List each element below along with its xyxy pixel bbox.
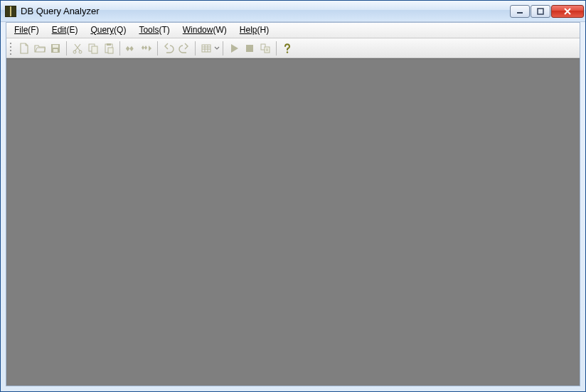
redo-icon — [179, 43, 190, 54]
undo-button[interactable] — [161, 41, 176, 56]
help-button[interactable] — [279, 41, 295, 56]
svg-rect-15 — [265, 47, 270, 53]
toolbar-separator — [119, 41, 120, 55]
undo-icon — [163, 43, 174, 54]
svg-rect-8 — [92, 46, 97, 53]
new-button[interactable] — [16, 41, 32, 56]
svg-rect-4 — [53, 49, 58, 52]
find-next-icon — [141, 43, 152, 54]
results-dropdown[interactable] — [214, 43, 220, 54]
paste-icon — [103, 43, 114, 54]
redo-button[interactable] — [176, 41, 192, 56]
find-next-button[interactable] — [139, 41, 154, 56]
cut-icon — [72, 43, 83, 54]
menu-edit[interactable]: Edit(E) — [46, 23, 85, 37]
svg-rect-10 — [107, 43, 111, 46]
copy-icon — [87, 43, 99, 54]
mdi-workspace — [6, 58, 580, 386]
title-bar: DB Query Analyzer — [1, 1, 585, 22]
svg-point-16 — [287, 51, 288, 53]
svg-rect-13 — [246, 45, 253, 52]
minimize-icon — [516, 8, 523, 15]
svg-rect-11 — [108, 48, 113, 53]
menu-query[interactable]: Query(Q) — [84, 23, 132, 37]
stop-icon — [244, 43, 255, 54]
close-icon — [563, 8, 572, 15]
menu-help[interactable]: Help(H) — [233, 23, 275, 37]
run-icon — [228, 43, 240, 54]
menu-bar: File(F) Edit(E) Query(Q) Tools(T) Window… — [6, 23, 580, 38]
save-button[interactable] — [48, 41, 63, 56]
paste-button[interactable] — [101, 41, 117, 56]
menu-tools[interactable]: Tools(T) — [132, 23, 176, 37]
grid-icon — [201, 43, 212, 54]
app-icon — [5, 6, 16, 17]
stop-button[interactable] — [242, 41, 257, 56]
menu-window[interactable]: Window(W) — [176, 23, 233, 37]
app-window: DB Query Analyzer File(F) Edit(E) Query(… — [0, 0, 586, 392]
svg-rect-1 — [538, 9, 543, 14]
object-browser-icon — [260, 43, 271, 54]
find-button[interactable] — [123, 41, 139, 56]
toolbar-separator — [66, 41, 67, 55]
object-browser-button[interactable] — [257, 41, 273, 56]
cut-button[interactable] — [70, 41, 85, 56]
maximize-icon — [537, 8, 544, 15]
window-title: DB Query Analyzer — [21, 6, 510, 16]
client-area: File(F) Edit(E) Query(Q) Tools(T) Window… — [6, 22, 580, 386]
results-grid-button[interactable] — [198, 41, 214, 56]
minimize-button[interactable] — [510, 5, 530, 18]
maximize-button[interactable] — [531, 5, 550, 18]
svg-rect-0 — [517, 12, 523, 14]
help-icon — [282, 43, 293, 54]
svg-rect-12 — [202, 45, 211, 52]
window-controls — [510, 5, 584, 18]
menu-file[interactable]: File(F) — [8, 23, 46, 37]
toolbar — [6, 38, 580, 58]
open-folder-icon — [34, 43, 46, 54]
find-icon — [125, 43, 137, 54]
save-icon — [50, 43, 61, 54]
chevron-down-icon — [214, 43, 220, 54]
open-button[interactable] — [32, 41, 48, 56]
toolbar-separator — [276, 41, 277, 55]
svg-rect-3 — [53, 45, 58, 48]
new-file-icon — [18, 43, 30, 54]
copy-button[interactable] — [85, 41, 101, 56]
close-button[interactable] — [551, 5, 584, 18]
toolbar-grip[interactable] — [9, 41, 14, 55]
toolbar-separator — [195, 41, 196, 55]
toolbar-separator — [223, 41, 223, 55]
toolbar-separator — [157, 41, 158, 55]
run-button[interactable] — [226, 41, 242, 56]
